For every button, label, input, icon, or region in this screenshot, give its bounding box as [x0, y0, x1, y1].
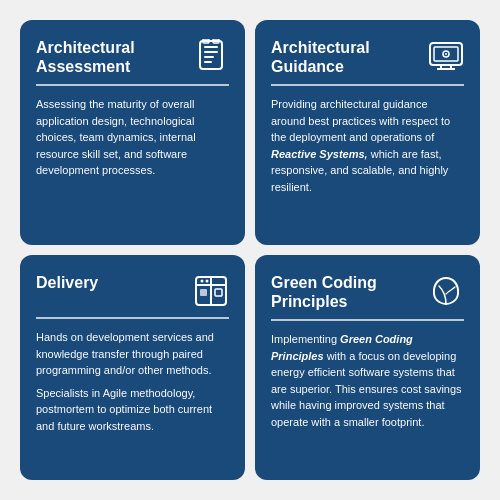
card-green-coding: Green CodingPrinciples Implementing Gree… [255, 255, 480, 480]
svg-rect-18 [215, 289, 222, 296]
card-header-guidance: ArchitecturalGuidance [271, 38, 464, 76]
guidance-icon [428, 38, 464, 74]
green-coding-label: Green Coding Principles [271, 333, 413, 362]
svg-point-13 [445, 53, 447, 55]
card-title-guidance: ArchitecturalGuidance [271, 38, 420, 76]
svg-rect-17 [200, 289, 207, 296]
svg-rect-2 [204, 51, 218, 53]
svg-rect-3 [204, 56, 214, 58]
svg-point-20 [201, 280, 204, 283]
card-title-green: Green CodingPrinciples [271, 273, 420, 311]
card-body-green: Implementing Green Coding Principles wit… [271, 331, 464, 464]
card-body-assessment: Assessing the maturity of overall applic… [36, 96, 229, 229]
divider-guidance [271, 84, 464, 86]
card-body-guidance: Providing architectural guidance around … [271, 96, 464, 229]
reactive-systems-label: Reactive Systems, [271, 148, 368, 160]
main-container: ArchitecturalAssessment Assessing the ma… [10, 10, 490, 490]
divider-assessment [36, 84, 229, 86]
card-header-green: Green CodingPrinciples [271, 273, 464, 311]
delivery-icon [193, 273, 229, 309]
svg-rect-4 [204, 61, 212, 63]
card-title-delivery: Delivery [36, 273, 185, 292]
card-body-delivery: Hands on development services and knowle… [36, 329, 229, 464]
assessment-icon [193, 38, 229, 74]
svg-rect-1 [204, 46, 218, 48]
card-header-assessment: ArchitecturalAssessment [36, 38, 229, 76]
green-icon [428, 273, 464, 309]
card-header-delivery: Delivery [36, 273, 229, 309]
card-architectural-guidance: ArchitecturalGuidance Providing architec… [255, 20, 480, 245]
divider-delivery [36, 317, 229, 319]
card-architectural-assessment: ArchitecturalAssessment Assessing the ma… [20, 20, 245, 245]
card-delivery: Delivery Hands on development services a… [20, 255, 245, 480]
svg-point-21 [206, 280, 209, 283]
card-title-assessment: ArchitecturalAssessment [36, 38, 185, 76]
divider-green [271, 319, 464, 321]
svg-rect-0 [200, 41, 222, 69]
